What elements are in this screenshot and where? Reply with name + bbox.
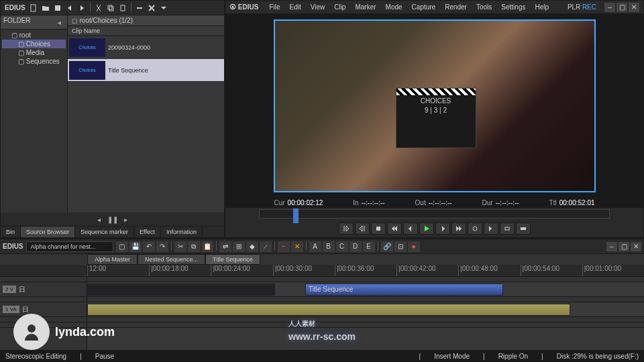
- prev-icon[interactable]: ◂: [94, 214, 105, 225]
- close-button[interactable]: ✕: [629, 3, 639, 12]
- menu-bar: ⦿ EDIUS File Edit View Clip Marker Mode …: [225, 1, 643, 14]
- tool-open-icon[interactable]: ▢: [116, 241, 128, 252]
- minimize-button[interactable]: –: [604, 3, 615, 12]
- track-1va[interactable]: [87, 302, 644, 317]
- next-frame-button[interactable]: [435, 223, 450, 235]
- pause-small-icon[interactable]: ❚❚: [107, 214, 118, 225]
- timeline-ruler[interactable]: 12:00 |00:00:18:00 |00:00:24:00 |00:00:3…: [87, 265, 644, 277]
- folder-tree: FOLDER ◂ ▢ root ▢ Choices ▢ Media ▢ Sequ…: [1, 15, 68, 213]
- tool-d-icon[interactable]: D: [350, 241, 362, 252]
- svg-rect-8: [505, 227, 509, 230]
- tab-source-browser[interactable]: Source Browser: [21, 227, 75, 237]
- copy-icon[interactable]: [105, 3, 116, 13]
- folder-icon[interactable]: [40, 3, 51, 13]
- tab-bin[interactable]: Bin: [1, 227, 21, 237]
- tool-copy-icon[interactable]: ⧉: [188, 241, 200, 252]
- tree-item-media[interactable]: ▢ Media: [2, 48, 66, 57]
- tc-out: --:--:--:--: [429, 199, 452, 206]
- tool-c-icon[interactable]: C: [336, 241, 348, 252]
- tree-root[interactable]: ▢ root: [2, 31, 66, 40]
- clip-list: ▢ root/Choices (1/2) Clip Name Choices 2…: [68, 15, 224, 213]
- menu-capture[interactable]: Capture: [408, 2, 440, 12]
- tool-razor-icon[interactable]: ⟋: [260, 241, 272, 252]
- tl-minimize-button[interactable]: –: [606, 242, 617, 251]
- tool-undo-icon[interactable]: ↶: [143, 241, 155, 252]
- menu-mode[interactable]: Mode: [382, 2, 407, 12]
- tool-save-icon[interactable]: 💾: [129, 241, 142, 252]
- cut-icon[interactable]: [93, 3, 104, 13]
- track-2v[interactable]: Title Sequence: [87, 282, 644, 297]
- clip-item[interactable]: Choices 20090324-0000: [68, 36, 224, 59]
- seq-tab-alpha-master[interactable]: Alpha Master: [87, 254, 138, 265]
- dropdown-icon[interactable]: [158, 3, 169, 13]
- new-icon[interactable]: [28, 3, 39, 13]
- tool-marker-icon[interactable]: ◆: [246, 241, 258, 252]
- tool-e-icon[interactable]: E: [363, 241, 375, 252]
- track-header-2v[interactable]: 2 V日: [0, 282, 87, 297]
- tool-ripple-icon[interactable]: ⇄: [219, 241, 231, 252]
- folder-header: FOLDER ◂: [1, 15, 67, 29]
- tool-a-icon[interactable]: A: [309, 241, 321, 252]
- tool-delete-icon[interactable]: −: [278, 241, 290, 252]
- play-button[interactable]: [419, 223, 434, 235]
- set-in-button[interactable]: [339, 223, 354, 235]
- scrub-bar[interactable]: [259, 209, 610, 219]
- go-end-button[interactable]: [484, 223, 498, 235]
- clip-item[interactable]: Choices Title Sequence: [68, 59, 224, 82]
- track-header-1va[interactable]: 1 VA日: [0, 302, 87, 317]
- collapse-icon[interactable]: ◂: [54, 17, 64, 27]
- redo-icon[interactable]: [76, 3, 87, 13]
- tool-snap-icon[interactable]: ⊞: [233, 241, 245, 252]
- clip-gap[interactable]: [87, 284, 275, 296]
- tool-b-icon[interactable]: B: [323, 241, 335, 252]
- insert-button[interactable]: [500, 223, 515, 235]
- sequence-name-field[interactable]: Alpha channel for nest...: [26, 241, 113, 252]
- menu-help[interactable]: Help: [531, 2, 553, 12]
- tab-effect[interactable]: Effect: [134, 227, 161, 237]
- tool-link-icon[interactable]: 🔗: [381, 241, 393, 252]
- menu-render[interactable]: Render: [441, 2, 471, 12]
- close-x-icon[interactable]: [146, 3, 157, 13]
- maximize-button[interactable]: ▢: [616, 3, 627, 12]
- undo-icon[interactable]: [64, 3, 75, 13]
- tool-x-icon[interactable]: ✕: [291, 241, 303, 252]
- next-icon[interactable]: ▸: [121, 214, 131, 225]
- app-title: EDIUS: [5, 4, 25, 11]
- menu-marker[interactable]: Marker: [351, 2, 380, 12]
- tl-close-button[interactable]: ✕: [631, 242, 641, 251]
- menu-clip[interactable]: Clip: [330, 2, 350, 12]
- preview-viewport: CHOICES 9 | 3 | 2: [225, 14, 643, 198]
- minus-icon[interactable]: [134, 3, 145, 13]
- rewind-button[interactable]: [387, 223, 402, 235]
- set-out-button[interactable]: [355, 223, 370, 235]
- tl-maximize-button[interactable]: ▢: [619, 242, 629, 251]
- stop-button[interactable]: [371, 223, 386, 235]
- tool-paste-icon[interactable]: 📋: [201, 241, 213, 252]
- menu-tools[interactable]: Tools: [472, 2, 496, 12]
- clip-video-main[interactable]: [87, 304, 570, 316]
- menu-view[interactable]: View: [307, 2, 329, 12]
- tab-information[interactable]: Information: [161, 227, 203, 237]
- menu-settings[interactable]: Settings: [497, 2, 529, 12]
- tool-render-icon[interactable]: ●: [408, 241, 420, 252]
- seq-tab-title-sequence[interactable]: Title Sequence: [205, 254, 260, 265]
- menu-file[interactable]: File: [265, 2, 284, 12]
- tree-item-choices[interactable]: ▢ Choices: [2, 40, 66, 48]
- tool-group-icon[interactable]: ⊡: [394, 241, 407, 252]
- menu-edit[interactable]: Edit: [285, 2, 305, 12]
- loop-button[interactable]: [468, 223, 482, 235]
- clip-title-sequence[interactable]: Title Sequence: [305, 284, 503, 296]
- scrub-playhead[interactable]: [293, 208, 299, 223]
- tracks-area[interactable]: 12:00 |00:00:18:00 |00:00:24:00 |00:00:3…: [87, 265, 644, 350]
- paste-icon[interactable]: [117, 3, 128, 13]
- forward-button[interactable]: [451, 223, 466, 235]
- seq-tab-nested[interactable]: Nested Sequence...: [138, 254, 205, 265]
- save-icon[interactable]: [52, 3, 63, 13]
- tab-sequence-marker[interactable]: Sequence marker: [75, 227, 134, 237]
- tree-item-sequences[interactable]: ▢ Sequences: [2, 57, 66, 66]
- tool-cut-icon[interactable]: ✂: [174, 241, 186, 252]
- tool-redo-icon[interactable]: ↷: [156, 241, 168, 252]
- video-frame[interactable]: CHOICES 9 | 3 | 2: [274, 19, 596, 192]
- prev-frame-button[interactable]: [403, 223, 418, 235]
- overwrite-button[interactable]: [516, 223, 531, 235]
